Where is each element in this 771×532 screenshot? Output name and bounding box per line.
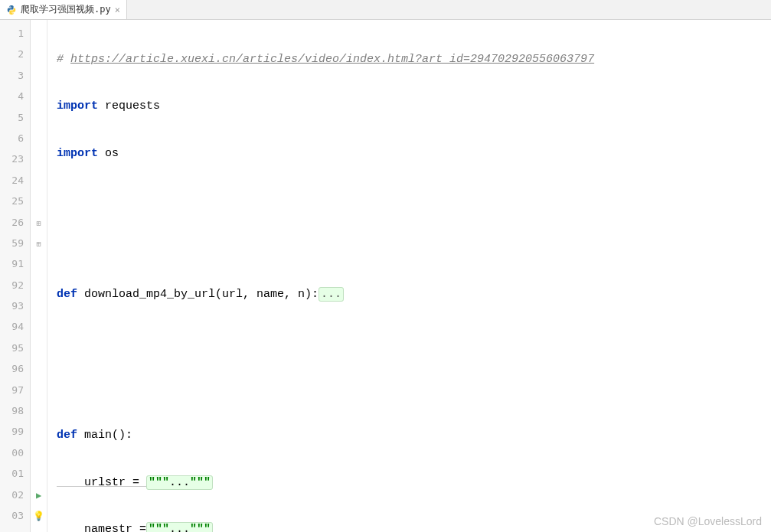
python-file-icon	[6, 5, 17, 15]
code-area[interactable]: # https://article.xuexi.cn/articles/vide…	[47, 20, 771, 532]
run-icon[interactable]: ▶	[36, 490, 41, 501]
editor: 1 2 3 4 5 6 23 24 25 26 59 91 92 93 94 9…	[0, 20, 771, 532]
line-number: 23	[0, 149, 30, 169]
line-number: 97	[0, 380, 30, 400]
line-number: 3	[0, 65, 30, 86]
line-number: 99	[0, 421, 30, 442]
close-icon[interactable]: ×	[115, 5, 120, 15]
code-line	[47, 190, 771, 211]
tab-filename: 爬取学习强国视频.py	[21, 3, 111, 16]
line-number: 91	[0, 253, 30, 274]
code-line: urlstr = """..."""	[47, 472, 771, 493]
line-number: 98	[0, 400, 30, 421]
line-number: 1	[0, 23, 30, 44]
marker-gutter: ⊞ ⊞ ▶ 💡	[31, 20, 47, 532]
code-line	[47, 237, 771, 258]
line-number: 25	[0, 191, 30, 211]
line-number: 59	[0, 233, 30, 253]
code-line: def download_mp4_by_url(url, name, n):..…	[47, 284, 771, 305]
code-line: import os	[47, 143, 771, 164]
line-number-gutter: 1 2 3 4 5 6 23 24 25 26 59 91 92 93 94 9…	[0, 20, 31, 532]
line-number: 94	[0, 316, 30, 337]
fold-expand-icon[interactable]: ⊞	[36, 240, 41, 248]
tab-bar: 爬取学习强国视频.py ×	[0, 0, 771, 20]
line-number: 92	[0, 275, 30, 295]
file-tab[interactable]: 爬取学习强国视频.py ×	[0, 0, 127, 19]
line-number: 03	[0, 505, 30, 526]
line-number: 95	[0, 338, 30, 358]
code-line	[47, 331, 771, 351]
watermark: CSDN @LovelessLord	[654, 515, 762, 527]
intention-bulb-icon[interactable]: 💡	[33, 511, 44, 521]
line-number: 26	[0, 212, 30, 233]
code-line: import requests	[47, 96, 771, 116]
line-number: 5	[0, 107, 30, 128]
line-number: 02	[0, 485, 30, 505]
line-number: 00	[0, 442, 30, 463]
line-number: 96	[0, 358, 30, 379]
line-number: 4	[0, 86, 30, 106]
line-number: 93	[0, 295, 30, 316]
fold-expand-icon[interactable]: ⊞	[36, 219, 41, 227]
line-number: 6	[0, 128, 30, 149]
code-line: def main():	[47, 425, 771, 446]
line-number: 2	[0, 44, 30, 64]
code-line	[47, 378, 771, 399]
folded-region[interactable]: ...	[319, 287, 344, 302]
code-line: # https://article.xuexi.cn/articles/vide…	[47, 49, 771, 70]
line-number: 01	[0, 463, 30, 484]
line-number: 24	[0, 170, 30, 191]
